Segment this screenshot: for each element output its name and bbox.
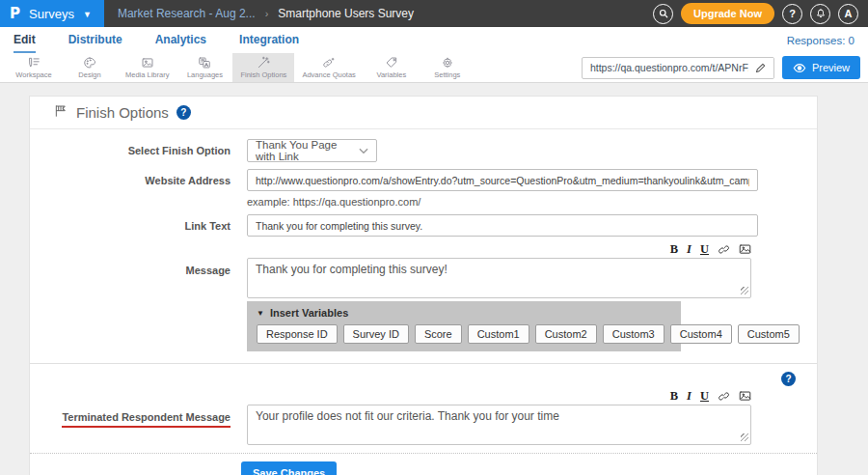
toolbar-item-advance-quotas[interactable]: Advance Quotas <box>294 53 363 82</box>
finish-options-form: Select Finish Option Thank You Page with… <box>30 129 817 475</box>
insert-variables-title: Insert Variables <box>270 307 348 319</box>
survey-url-input[interactable] <box>583 62 748 73</box>
upgrade-now-button[interactable]: Upgrade Now <box>681 3 774 24</box>
workspace-icon <box>27 56 41 70</box>
terminated-message-label: Terminated Respondent Message <box>53 390 231 428</box>
terminated-help-icon[interactable]: ? <box>781 372 796 386</box>
var-score-button[interactable]: Score <box>415 324 462 344</box>
link-text-input[interactable] <box>247 214 758 237</box>
save-changes-button[interactable]: Save Changes <box>241 461 337 475</box>
toolbar-item-languages[interactable]: Languages <box>176 53 232 82</box>
var-custom4-button[interactable]: Custom4 <box>670 324 732 344</box>
insert-image-icon[interactable] <box>739 243 751 256</box>
terminated-message-row: Terminated Respondent Message B I U <box>30 390 817 445</box>
var-custom3-button[interactable]: Custom3 <box>603 324 665 344</box>
save-row: Save Changes <box>30 454 817 475</box>
toolbar-item-settings[interactable]: Settings <box>420 53 475 82</box>
underline-button[interactable]: U <box>700 243 709 256</box>
card-header: Finish Options ? <box>30 97 817 129</box>
page-title: Finish Options <box>76 104 169 121</box>
tab-edit[interactable]: Edit <box>14 27 36 53</box>
insert-link-icon[interactable] <box>718 243 730 256</box>
chain-links-icon <box>322 56 336 70</box>
search-button[interactable] <box>653 4 673 24</box>
toolbar-item-variables[interactable]: Variables <box>364 53 420 82</box>
var-custom2-button[interactable]: Custom2 <box>535 324 597 344</box>
message-row: Message B I U Thank you for <box>30 243 817 298</box>
terminated-message-textarea[interactable]: Your profile does not fit our criteria. … <box>247 405 751 445</box>
website-address-example: example: https://qa.questionpro.com/ <box>247 196 758 208</box>
topbar-actions: Upgrade Now ? A <box>653 3 868 24</box>
select-finish-row: Select Finish Option Thank You Page with… <box>30 139 817 162</box>
preview-button[interactable]: Preview <box>782 56 860 79</box>
breadcrumb-folder[interactable]: Market Research - Aug 2... <box>118 7 256 20</box>
gear-icon <box>441 56 454 70</box>
toolbar-right: Preview <box>582 53 860 82</box>
link-text-row: Link Text <box>30 214 817 237</box>
bold-button[interactable]: B <box>670 243 678 256</box>
edit-toolbar: Workspace Design Media Library Languages… <box>0 53 868 83</box>
tab-distribute[interactable]: Distribute <box>68 27 122 53</box>
section-divider <box>30 363 817 364</box>
toolbar-item-design[interactable]: Design <box>62 53 118 82</box>
bell-icon <box>815 8 827 19</box>
chevron-down-icon <box>359 148 368 154</box>
var-custom5-button[interactable]: Custom5 <box>738 324 800 344</box>
message-textarea[interactable]: Thank you for completing this survey! <box>247 258 751 298</box>
toolbar-item-finish-options[interactable]: Finish Options <box>232 53 294 82</box>
eye-icon <box>793 63 806 73</box>
var-survey-id-button[interactable]: Survey ID <box>343 324 409 344</box>
terminated-help-row: ? <box>30 372 817 386</box>
finish-options-card: Finish Options ? Select Finish Option Th… <box>29 96 818 475</box>
search-icon <box>658 8 669 19</box>
surveys-app-menu[interactable]: P Surveys ▼ <box>0 0 104 27</box>
breadcrumb-survey-name[interactable]: Smartphone Users Survey <box>278 7 414 20</box>
link-text-label: Link Text <box>53 214 231 232</box>
chevron-down-icon: ▼ <box>83 10 92 19</box>
app-menu-label: Surveys <box>29 7 74 21</box>
bold-button[interactable]: B <box>670 390 678 403</box>
avatar[interactable]: A <box>838 4 858 24</box>
website-address-row: Website Address example: https://qa.ques… <box>30 169 817 208</box>
finish-option-select[interactable]: Thank You Page with Link <box>247 139 377 162</box>
image-icon <box>141 56 154 70</box>
website-address-input[interactable] <box>247 169 758 191</box>
website-address-label: Website Address <box>53 169 231 186</box>
message-label: Message <box>53 243 231 276</box>
edit-url-button[interactable] <box>748 58 773 78</box>
italic-button[interactable]: I <box>687 243 692 256</box>
tag-icon <box>385 56 398 70</box>
questionpro-logo: P <box>10 5 20 22</box>
message-editor-toolbar: B I U <box>247 243 751 256</box>
toolbar-item-media-library[interactable]: Media Library <box>118 53 176 82</box>
finish-flag-icon <box>53 103 68 123</box>
magic-wand-icon <box>257 56 270 70</box>
var-custom1-button[interactable]: Custom1 <box>468 324 529 344</box>
main-nav-tabs: Edit Distribute Analytics Integration Re… <box>0 27 868 53</box>
toolbar-item-workspace[interactable]: Workspace <box>6 53 62 82</box>
finish-options-help-icon[interactable]: ? <box>176 105 191 120</box>
insert-variables-toggle[interactable]: ▼ Insert Variables <box>257 307 671 319</box>
translate-icon <box>198 56 211 70</box>
terminated-editor-toolbar: B I U <box>247 390 751 403</box>
terminated-label-text: Terminated Respondent Message <box>62 411 231 428</box>
breadcrumb: Market Research - Aug 2... › Smartphone … <box>118 7 414 20</box>
top-bar: P Surveys ▼ Market Research - Aug 2... ›… <box>0 0 868 27</box>
palette-icon <box>83 56 96 70</box>
notifications-button[interactable] <box>810 4 830 24</box>
pencil-icon <box>754 62 767 74</box>
help-button[interactable]: ? <box>782 4 802 24</box>
preview-label: Preview <box>812 62 850 73</box>
select-finish-label: Select Finish Option <box>53 139 231 156</box>
tab-integration[interactable]: Integration <box>239 27 299 53</box>
insert-variables-buttons: Response ID Survey ID Score Custom1 Cust… <box>257 324 671 344</box>
page-content: Finish Options ? Select Finish Option Th… <box>0 83 868 475</box>
var-response-id-button[interactable]: Response ID <box>257 324 338 344</box>
responses-count[interactable]: Responses: 0 <box>787 27 854 53</box>
italic-button[interactable]: I <box>687 390 692 403</box>
finish-option-selected-value: Thank You Page with Link <box>256 139 359 162</box>
underline-button[interactable]: U <box>700 390 709 403</box>
insert-link-icon[interactable] <box>718 390 730 403</box>
tab-analytics[interactable]: Analytics <box>155 27 206 53</box>
insert-image-icon[interactable] <box>739 390 751 403</box>
